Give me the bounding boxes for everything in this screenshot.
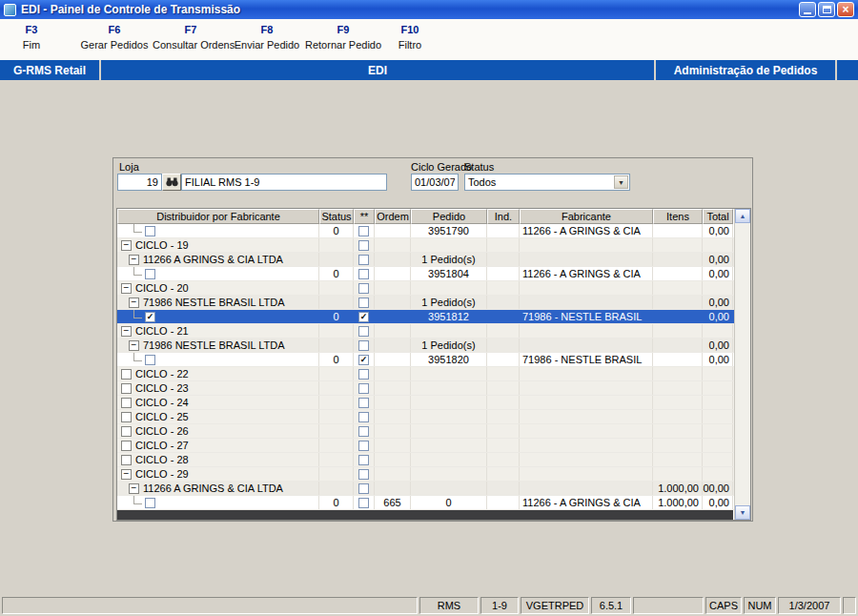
cell-status [319, 339, 354, 352]
transmit-checkbox[interactable]: ✓ [358, 312, 369, 322]
collapse-icon[interactable]: − [121, 283, 132, 294]
maximize-button[interactable] [818, 2, 835, 17]
transmit-checkbox[interactable]: ✓ [358, 355, 369, 365]
grid-row-subgroup[interactable]: −11266 A GRINGS & CIA LTDA1.000,00300,00 [117, 482, 750, 496]
grid-row-group[interactable]: CICLO - 23 [117, 381, 750, 396]
grid-row-group[interactable]: −CICLO - 19 [117, 238, 750, 253]
toolbar-button-filtro[interactable]: F10 Filtro [381, 24, 439, 51]
toolbar-button-fim[interactable]: F3 Fim [8, 24, 55, 51]
cell-transmit [354, 381, 375, 395]
row-select-checkbox[interactable]: ✓ [145, 312, 155, 322]
transmit-checkbox[interactable] [358, 298, 369, 308]
row-select-checkbox[interactable] [145, 498, 155, 508]
transmit-checkbox[interactable] [358, 369, 369, 380]
vertical-scrollbar[interactable]: ▲ ▼ [734, 209, 750, 520]
toolbar-button-retornar-pedido[interactable]: F9 Retornar Pedido [305, 24, 381, 51]
transmit-checkbox[interactable] [358, 340, 369, 351]
cell-status [319, 281, 354, 295]
transmit-checkbox[interactable] [358, 269, 369, 279]
grid-row-group[interactable]: CICLO - 24 [117, 396, 750, 410]
row-select-checkbox[interactable] [145, 226, 155, 236]
transmit-checkbox[interactable] [358, 441, 369, 451]
collapse-icon[interactable]: − [129, 483, 139, 494]
transmit-checkbox[interactable] [358, 383, 369, 394]
grid-row-group[interactable]: CICLO - 27 [117, 439, 750, 453]
cell-pedido: 1 Pedido(s) [411, 296, 487, 309]
cell-fabricante [520, 424, 653, 438]
collapse-icon[interactable]: − [129, 255, 139, 265]
transmit-checkbox[interactable] [358, 398, 369, 408]
grid-row-group[interactable]: −CICLO - 21 [117, 324, 750, 339]
cell-transmit [354, 224, 375, 237]
maximize-icon [823, 6, 831, 13]
grid-row-subgroup[interactable]: −71986 NESTLE BRASIL LTDA1 Pedido(s)0,00 [117, 296, 750, 310]
loja-code-input[interactable] [117, 174, 162, 191]
toolbar-button-gerar-pedidos[interactable]: F6 Gerar Pedidos [76, 24, 153, 51]
loja-name-input[interactable] [181, 174, 387, 191]
cell-transmit [354, 267, 375, 280]
minimize-button[interactable] [799, 2, 816, 17]
grid-row-detail[interactable]: 0395179011266 - A GRINGS & CIA0,00 [117, 224, 750, 238]
cell-itens [653, 396, 703, 409]
grid-row-group[interactable]: −CICLO - 29 [117, 467, 750, 482]
grid-row-group[interactable]: −CICLO - 20 [117, 281, 750, 296]
grid-row-subgroup[interactable]: −71986 NESTLE BRASIL LTDA1 Pedido(s)0,00 [117, 339, 750, 353]
expand-icon[interactable] [121, 412, 132, 422]
transmit-checkbox[interactable] [358, 483, 369, 494]
close-button[interactable]: × [837, 2, 854, 17]
statusbar-num: NUM [744, 597, 776, 614]
transmit-checkbox[interactable] [358, 226, 369, 236]
ciclo-gerado-input[interactable] [411, 174, 459, 191]
group-label: CICLO - 21 [135, 325, 189, 337]
expand-icon[interactable] [121, 455, 132, 465]
scroll-down-icon[interactable]: ▼ [735, 505, 750, 520]
cell-ind [487, 281, 520, 295]
transmit-checkbox[interactable] [358, 498, 369, 508]
grid-row-detail[interactable]: 0665011266 - A GRINGS & CIA1.000,000,00 [117, 496, 750, 510]
collapse-icon[interactable]: − [129, 340, 139, 351]
collapse-icon[interactable]: − [121, 326, 132, 337]
transmit-checkbox[interactable] [358, 283, 369, 294]
grid-row-group[interactable]: CICLO - 25 [117, 410, 750, 424]
grid-row-group[interactable]: CICLO - 28 [117, 453, 750, 467]
grid-row-subgroup[interactable]: −11266 A GRINGS & CIA LTDA1 Pedido(s)0,0… [117, 253, 750, 267]
cell-ordem [375, 396, 411, 409]
expand-icon[interactable] [121, 369, 132, 380]
toolbar-button-consultar-ordens[interactable]: F7 Consultar Ordens [153, 24, 229, 51]
cell-status [319, 467, 354, 481]
tree-elbow-icon [133, 267, 142, 276]
cell-transmit [354, 453, 375, 466]
grid-row-group[interactable]: CICLO - 26 [117, 424, 750, 439]
row-select-checkbox[interactable] [145, 355, 155, 365]
cell-ordem [375, 296, 411, 309]
transmit-checkbox[interactable] [358, 455, 369, 465]
cell-fabricante [520, 381, 653, 395]
grid-row-detail[interactable]: ✓0✓395181271986 - NESTLE BRASIL0,00 [117, 310, 750, 324]
expand-icon[interactable] [121, 441, 132, 451]
transmit-checkbox[interactable] [358, 326, 369, 337]
toolbar-button-enviar-pedido[interactable]: F8 Enviar Pedido [229, 24, 305, 51]
scroll-up-icon[interactable]: ▲ [735, 209, 750, 223]
transmit-checkbox[interactable] [358, 469, 369, 480]
expand-icon[interactable] [121, 426, 132, 437]
cell-pedido: 1 Pedido(s) [411, 339, 487, 352]
collapse-icon[interactable]: − [129, 298, 139, 308]
grid-row-detail[interactable]: 0✓395182071986 - NESTLE BRASIL0,00 [117, 353, 750, 367]
expand-icon[interactable] [121, 383, 132, 394]
collapse-icon[interactable]: − [121, 240, 132, 251]
grid-row-detail[interactable]: 0395180411266 - A GRINGS & CIA0,00 [117, 267, 750, 281]
transmit-checkbox[interactable] [358, 240, 369, 251]
status-dropdown[interactable]: Todos ▼ [464, 174, 630, 191]
row-select-checkbox[interactable] [145, 269, 155, 279]
cell-total [703, 467, 733, 481]
grid-row-group[interactable]: CICLO - 22 [117, 367, 750, 381]
collapse-icon[interactable]: − [121, 469, 132, 480]
search-binoculars-button[interactable] [162, 174, 181, 191]
expand-icon[interactable] [121, 398, 132, 408]
cell-ind [487, 496, 520, 509]
cell-status: 0 [319, 224, 354, 237]
transmit-checkbox[interactable] [358, 426, 369, 437]
cell-distribuidor: −CICLO - 21 [117, 324, 319, 338]
transmit-checkbox[interactable] [358, 412, 369, 422]
transmit-checkbox[interactable] [358, 255, 369, 265]
